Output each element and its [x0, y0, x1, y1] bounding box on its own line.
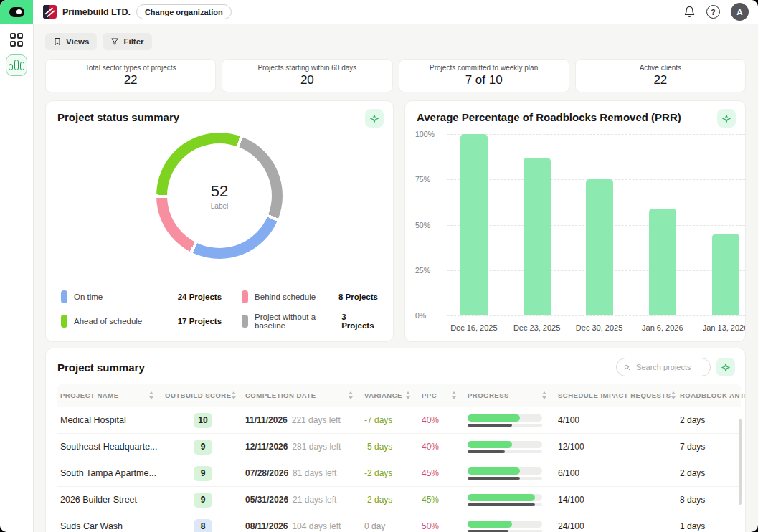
legend-swatch [61, 315, 67, 328]
views-button[interactable]: Views [45, 33, 97, 50]
ai-insights-button[interactable] [365, 109, 384, 128]
legend-label: Project without a baseline [255, 313, 341, 330]
legend-item-ahead: Ahead of schedule 17 Projects [61, 313, 222, 330]
notifications-button[interactable] [683, 6, 696, 18]
kpi-card-weekly-plan: Projects committed to weekly plan 7 of 1… [399, 59, 569, 92]
column-label: OUTBUILD SCORE [165, 391, 232, 399]
x-axis-label: Dec 16, 2025 [438, 323, 510, 332]
column-label: COMPLETION DATE [245, 391, 316, 399]
prr-bar-3[interactable] [649, 209, 676, 315]
days-left: 281 days left [292, 442, 341, 452]
project-name: Suds Car Wash [57, 521, 165, 531]
kpi-label: Projects committed to weekly plan [430, 64, 538, 72]
sidebar [0, 24, 34, 532]
prr-chart: 100%75%50%25%0% Dec 16, 2025Dec 23, 2025… [415, 134, 745, 336]
card-title: Project status summary [57, 111, 382, 123]
ppc: 45% [422, 495, 468, 505]
table-row[interactable]: South Tampa Apartme...907/28/202681 days… [57, 460, 741, 487]
views-label: Views [66, 37, 89, 46]
table-row[interactable]: 2026 Builder Street905/31/202621 days le… [57, 487, 741, 513]
score-cell: 9 [165, 466, 245, 481]
completion-cell: 07/28/202681 days left [245, 468, 364, 478]
prr-bar-0[interactable] [460, 134, 488, 315]
column-header-2[interactable]: COMPLETION DATE [245, 391, 364, 399]
sidebar-item-analytics[interactable] [6, 54, 27, 76]
legend-label: Behind schedule [255, 293, 316, 301]
project-summary-card: Project summary PROJECT NAMEOUTBUILD SCO… [45, 348, 746, 532]
organization-name: Primebuild LTD. [62, 7, 131, 17]
primebuild-logo-icon [43, 5, 57, 19]
ai-insights-button[interactable] [716, 358, 735, 376]
days-left: 21 days left [293, 495, 336, 505]
ppc: 45% [422, 468, 468, 478]
column-header-6[interactable]: SCHEDULE IMPACT REQUESTS [558, 391, 680, 399]
x-axis-label: Dec 30, 2025 [564, 323, 635, 332]
prr-plot [447, 134, 745, 315]
legend-swatch [61, 290, 67, 303]
column-header-1[interactable]: OUTBUILD SCORE [165, 391, 245, 399]
completion-cell: 11/11/2026221 days left [245, 415, 364, 425]
column-header-4[interactable]: PPC [422, 391, 468, 399]
completion-date: 12/11/2026 [245, 442, 288, 452]
search-input[interactable] [635, 362, 703, 372]
status-donut[interactable]: 52 Label [156, 133, 283, 259]
variance: -2 days [364, 468, 422, 478]
sidebar-item-dashboard[interactable] [10, 33, 24, 47]
legend-value: 3 Projects [341, 313, 378, 330]
column-label: PPC [422, 391, 437, 399]
progress-cell [468, 414, 558, 427]
prr-bar-2[interactable] [586, 179, 613, 315]
main-content: Views Filter Total sector types of proje… [34, 24, 758, 532]
project-summary-header: Project summary [46, 348, 745, 384]
score-badge: 9 [194, 466, 212, 481]
ppc: 50% [422, 521, 468, 531]
column-header-5[interactable]: PROGRESS [468, 391, 558, 399]
ai-insights-button[interactable] [717, 109, 736, 128]
kpi-label: Total sector types of projects [85, 64, 176, 72]
topbar: Primebuild LTD. Change organization ? A [0, 0, 758, 24]
sort-icon [671, 391, 676, 399]
variance: -2 days [364, 495, 422, 505]
prr-bar-4[interactable] [712, 234, 739, 315]
table-row[interactable]: Southeast Headquarte...912/11/2026281 da… [57, 434, 741, 460]
roadblock-anticipation: 2 days [680, 468, 746, 478]
column-header-3[interactable]: VARIANCE [364, 391, 422, 399]
prr-bar-1[interactable] [524, 158, 551, 315]
y-axis-tick: 25% [415, 266, 430, 275]
kpi-card-active-clients: Active clients 22 [575, 59, 746, 92]
sparkle-icon [369, 113, 379, 124]
completion-date: 08/11/2026 [245, 521, 288, 531]
outbuild-logo[interactable] [0, 0, 33, 24]
bell-icon [683, 6, 696, 18]
progress-cell [468, 494, 558, 506]
score-badge: 8 [194, 519, 212, 532]
help-button[interactable]: ? [706, 5, 720, 19]
change-organization-button[interactable]: Change organization [136, 4, 232, 19]
table-scrollbar[interactable] [739, 419, 742, 505]
schedule-impact: 24/100 [558, 521, 680, 531]
legend-swatch [242, 315, 248, 328]
ppc: 40% [422, 415, 468, 425]
kpi-value: 22 [124, 73, 138, 87]
days-left: 221 days left [292, 415, 341, 425]
table-row[interactable]: Medical Hospital1011/11/2026221 days lef… [57, 407, 741, 434]
project-name: Medical Hospital [57, 415, 165, 425]
legend-value: 8 Projects [338, 293, 378, 301]
filter-button[interactable]: Filter [103, 33, 151, 50]
score-cell: 8 [165, 519, 245, 532]
column-label: PROJECT NAME [60, 391, 118, 399]
sort-icon [406, 391, 410, 399]
sort-icon [349, 391, 353, 399]
user-avatar[interactable]: A [731, 3, 749, 21]
table-row[interactable]: Suds Car Wash808/11/2026104 days left0 d… [57, 513, 741, 532]
roadblock-anticipation: 2 days [680, 415, 746, 425]
kpi-card-starting-60-days: Projects starting within 60 days 20 [222, 59, 392, 92]
variance: 0 day [364, 521, 422, 531]
score-cell: 9 [165, 440, 245, 455]
column-header-0[interactable]: PROJECT NAME [57, 391, 165, 399]
progress-bar [468, 414, 542, 422]
x-axis-label: Jan 6, 2026 [627, 323, 698, 332]
completion-cell: 12/11/2026281 days left [245, 442, 364, 452]
sort-icon [232, 391, 236, 399]
column-header-7[interactable]: ROADBLOCK ANTICIP [680, 391, 746, 399]
